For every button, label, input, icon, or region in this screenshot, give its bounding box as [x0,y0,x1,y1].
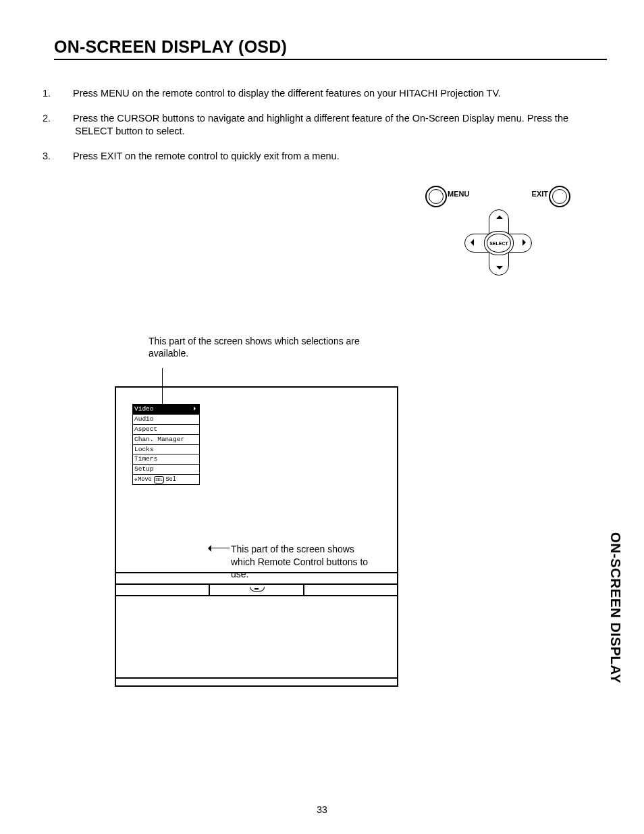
exit-button-icon [549,186,570,207]
menu-button-icon [425,186,447,207]
arrow-down-icon [496,266,503,269]
annotation-arrow-left-icon [209,548,230,548]
osd-menu-item-audio: Audio [132,414,200,425]
arrow-right-icon [522,239,526,246]
remote-diagram: MENU EXIT SELECT [425,186,570,280]
section-tab: ON-SCREEN DISPLAY [608,532,624,683]
select-button-icon: SELECT [484,231,514,255]
instruction-item: 2. Press the CURSOR buttons to navigate … [57,112,607,138]
instruction-item: 1. Press MENU on the remote control to d… [57,87,607,101]
annotation-buttons: This part of the screen shows which Remo… [231,543,373,580]
osd-menu-item-timers: Timers [132,454,200,465]
exit-button-label: EXIT [532,190,548,198]
osd-menu-list: Video Audio Aspect Chan. Manager Locks T… [132,404,200,485]
dpad-icon: SELECT [464,209,532,276]
tv-diagram: This part of the screen shows which sele… [115,335,398,687]
page-number: 33 [0,804,644,815]
osd-menu-item-video: Video [132,404,200,415]
instruction-item: 3. Press EXIT on the remote control to q… [57,150,607,163]
osd-hint-bar: ✥Move SELSel [132,474,200,485]
menu-button-label: MENU [448,190,469,198]
osd-menu-item-aspect: Aspect [132,424,200,435]
osd-menu-item-chan-manager: Chan. Manager [132,434,200,445]
osd-menu-item-setup: Setup [132,464,200,475]
osd-menu-item-locks: Locks [132,444,200,455]
annotation-selections: This part of the screen shows which sele… [149,335,398,359]
arrow-left-icon [471,239,474,246]
arrow-up-icon [496,215,503,219]
instruction-list: 1. Press MENU on the remote control to d… [57,87,607,163]
page-heading: ON-SCREEN DISPLAY (OSD) [54,37,607,60]
